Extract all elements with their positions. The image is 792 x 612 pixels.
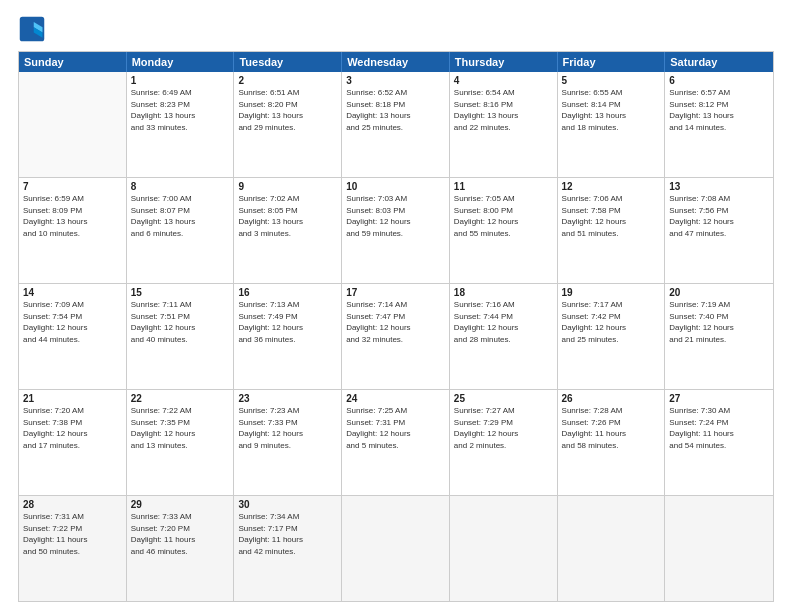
day-number: 12 bbox=[562, 181, 661, 192]
day-cell-empty bbox=[342, 496, 450, 601]
day-number: 8 bbox=[131, 181, 230, 192]
day-info: Sunrise: 7:34 AM Sunset: 7:17 PM Dayligh… bbox=[238, 511, 337, 557]
day-number: 2 bbox=[238, 75, 337, 86]
day-number: 15 bbox=[131, 287, 230, 298]
day-cell-17: 17Sunrise: 7:14 AM Sunset: 7:47 PM Dayli… bbox=[342, 284, 450, 389]
day-cell-20: 20Sunrise: 7:19 AM Sunset: 7:40 PM Dayli… bbox=[665, 284, 773, 389]
header-cell-friday: Friday bbox=[558, 52, 666, 72]
day-cell-3: 3Sunrise: 6:52 AM Sunset: 8:18 PM Daylig… bbox=[342, 72, 450, 177]
day-info: Sunrise: 7:31 AM Sunset: 7:22 PM Dayligh… bbox=[23, 511, 122, 557]
header-cell-wednesday: Wednesday bbox=[342, 52, 450, 72]
calendar-row-2: 7Sunrise: 6:59 AM Sunset: 8:09 PM Daylig… bbox=[19, 177, 773, 283]
header-cell-tuesday: Tuesday bbox=[234, 52, 342, 72]
day-cell-14: 14Sunrise: 7:09 AM Sunset: 7:54 PM Dayli… bbox=[19, 284, 127, 389]
day-info: Sunrise: 7:19 AM Sunset: 7:40 PM Dayligh… bbox=[669, 299, 769, 345]
day-cell-empty bbox=[665, 496, 773, 601]
page: SundayMondayTuesdayWednesdayThursdayFrid… bbox=[0, 0, 792, 612]
day-number: 20 bbox=[669, 287, 769, 298]
day-number: 16 bbox=[238, 287, 337, 298]
day-info: Sunrise: 6:57 AM Sunset: 8:12 PM Dayligh… bbox=[669, 87, 769, 133]
day-number: 6 bbox=[669, 75, 769, 86]
day-info: Sunrise: 7:13 AM Sunset: 7:49 PM Dayligh… bbox=[238, 299, 337, 345]
header-cell-sunday: Sunday bbox=[19, 52, 127, 72]
day-info: Sunrise: 7:23 AM Sunset: 7:33 PM Dayligh… bbox=[238, 405, 337, 451]
day-cell-24: 24Sunrise: 7:25 AM Sunset: 7:31 PM Dayli… bbox=[342, 390, 450, 495]
day-number: 26 bbox=[562, 393, 661, 404]
day-cell-12: 12Sunrise: 7:06 AM Sunset: 7:58 PM Dayli… bbox=[558, 178, 666, 283]
calendar: SundayMondayTuesdayWednesdayThursdayFrid… bbox=[18, 51, 774, 602]
day-info: Sunrise: 7:25 AM Sunset: 7:31 PM Dayligh… bbox=[346, 405, 445, 451]
day-cell-9: 9Sunrise: 7:02 AM Sunset: 8:05 PM Daylig… bbox=[234, 178, 342, 283]
day-cell-5: 5Sunrise: 6:55 AM Sunset: 8:14 PM Daylig… bbox=[558, 72, 666, 177]
header-cell-saturday: Saturday bbox=[665, 52, 773, 72]
day-cell-29: 29Sunrise: 7:33 AM Sunset: 7:20 PM Dayli… bbox=[127, 496, 235, 601]
day-number: 27 bbox=[669, 393, 769, 404]
day-cell-11: 11Sunrise: 7:05 AM Sunset: 8:00 PM Dayli… bbox=[450, 178, 558, 283]
day-cell-13: 13Sunrise: 7:08 AM Sunset: 7:56 PM Dayli… bbox=[665, 178, 773, 283]
day-number: 17 bbox=[346, 287, 445, 298]
logo-icon bbox=[18, 15, 46, 43]
calendar-body: 1Sunrise: 6:49 AM Sunset: 8:23 PM Daylig… bbox=[19, 72, 773, 601]
day-cell-empty bbox=[450, 496, 558, 601]
day-number: 21 bbox=[23, 393, 122, 404]
day-number: 1 bbox=[131, 75, 230, 86]
day-number: 28 bbox=[23, 499, 122, 510]
day-cell-27: 27Sunrise: 7:30 AM Sunset: 7:24 PM Dayli… bbox=[665, 390, 773, 495]
day-number: 22 bbox=[131, 393, 230, 404]
day-info: Sunrise: 6:54 AM Sunset: 8:16 PM Dayligh… bbox=[454, 87, 553, 133]
day-number: 23 bbox=[238, 393, 337, 404]
day-number: 18 bbox=[454, 287, 553, 298]
day-cell-21: 21Sunrise: 7:20 AM Sunset: 7:38 PM Dayli… bbox=[19, 390, 127, 495]
day-cell-6: 6Sunrise: 6:57 AM Sunset: 8:12 PM Daylig… bbox=[665, 72, 773, 177]
day-info: Sunrise: 7:30 AM Sunset: 7:24 PM Dayligh… bbox=[669, 405, 769, 451]
day-info: Sunrise: 7:09 AM Sunset: 7:54 PM Dayligh… bbox=[23, 299, 122, 345]
day-info: Sunrise: 7:06 AM Sunset: 7:58 PM Dayligh… bbox=[562, 193, 661, 239]
day-info: Sunrise: 6:49 AM Sunset: 8:23 PM Dayligh… bbox=[131, 87, 230, 133]
day-number: 9 bbox=[238, 181, 337, 192]
day-info: Sunrise: 7:03 AM Sunset: 8:03 PM Dayligh… bbox=[346, 193, 445, 239]
header-cell-thursday: Thursday bbox=[450, 52, 558, 72]
day-info: Sunrise: 7:20 AM Sunset: 7:38 PM Dayligh… bbox=[23, 405, 122, 451]
day-cell-30: 30Sunrise: 7:34 AM Sunset: 7:17 PM Dayli… bbox=[234, 496, 342, 601]
day-cell-26: 26Sunrise: 7:28 AM Sunset: 7:26 PM Dayli… bbox=[558, 390, 666, 495]
day-cell-25: 25Sunrise: 7:27 AM Sunset: 7:29 PM Dayli… bbox=[450, 390, 558, 495]
day-number: 30 bbox=[238, 499, 337, 510]
day-cell-28: 28Sunrise: 7:31 AM Sunset: 7:22 PM Dayli… bbox=[19, 496, 127, 601]
day-number: 29 bbox=[131, 499, 230, 510]
day-cell-1: 1Sunrise: 6:49 AM Sunset: 8:23 PM Daylig… bbox=[127, 72, 235, 177]
day-cell-23: 23Sunrise: 7:23 AM Sunset: 7:33 PM Dayli… bbox=[234, 390, 342, 495]
day-number: 5 bbox=[562, 75, 661, 86]
day-info: Sunrise: 7:11 AM Sunset: 7:51 PM Dayligh… bbox=[131, 299, 230, 345]
day-info: Sunrise: 7:05 AM Sunset: 8:00 PM Dayligh… bbox=[454, 193, 553, 239]
day-number: 4 bbox=[454, 75, 553, 86]
day-info: Sunrise: 7:16 AM Sunset: 7:44 PM Dayligh… bbox=[454, 299, 553, 345]
day-info: Sunrise: 7:08 AM Sunset: 7:56 PM Dayligh… bbox=[669, 193, 769, 239]
day-number: 7 bbox=[23, 181, 122, 192]
header-cell-monday: Monday bbox=[127, 52, 235, 72]
day-info: Sunrise: 7:22 AM Sunset: 7:35 PM Dayligh… bbox=[131, 405, 230, 451]
calendar-row-4: 21Sunrise: 7:20 AM Sunset: 7:38 PM Dayli… bbox=[19, 389, 773, 495]
day-cell-2: 2Sunrise: 6:51 AM Sunset: 8:20 PM Daylig… bbox=[234, 72, 342, 177]
calendar-row-5: 28Sunrise: 7:31 AM Sunset: 7:22 PM Dayli… bbox=[19, 495, 773, 601]
day-cell-16: 16Sunrise: 7:13 AM Sunset: 7:49 PM Dayli… bbox=[234, 284, 342, 389]
calendar-row-1: 1Sunrise: 6:49 AM Sunset: 8:23 PM Daylig… bbox=[19, 72, 773, 177]
day-info: Sunrise: 7:27 AM Sunset: 7:29 PM Dayligh… bbox=[454, 405, 553, 451]
day-cell-4: 4Sunrise: 6:54 AM Sunset: 8:16 PM Daylig… bbox=[450, 72, 558, 177]
day-info: Sunrise: 7:02 AM Sunset: 8:05 PM Dayligh… bbox=[238, 193, 337, 239]
day-cell-7: 7Sunrise: 6:59 AM Sunset: 8:09 PM Daylig… bbox=[19, 178, 127, 283]
day-cell-15: 15Sunrise: 7:11 AM Sunset: 7:51 PM Dayli… bbox=[127, 284, 235, 389]
day-info: Sunrise: 6:51 AM Sunset: 8:20 PM Dayligh… bbox=[238, 87, 337, 133]
day-number: 25 bbox=[454, 393, 553, 404]
day-cell-18: 18Sunrise: 7:16 AM Sunset: 7:44 PM Dayli… bbox=[450, 284, 558, 389]
day-info: Sunrise: 6:55 AM Sunset: 8:14 PM Dayligh… bbox=[562, 87, 661, 133]
day-number: 24 bbox=[346, 393, 445, 404]
day-cell-empty bbox=[558, 496, 666, 601]
day-cell-19: 19Sunrise: 7:17 AM Sunset: 7:42 PM Dayli… bbox=[558, 284, 666, 389]
calendar-row-3: 14Sunrise: 7:09 AM Sunset: 7:54 PM Dayli… bbox=[19, 283, 773, 389]
calendar-header: SundayMondayTuesdayWednesdayThursdayFrid… bbox=[19, 52, 773, 72]
day-number: 11 bbox=[454, 181, 553, 192]
day-info: Sunrise: 7:33 AM Sunset: 7:20 PM Dayligh… bbox=[131, 511, 230, 557]
day-cell-empty bbox=[19, 72, 127, 177]
day-number: 3 bbox=[346, 75, 445, 86]
day-cell-22: 22Sunrise: 7:22 AM Sunset: 7:35 PM Dayli… bbox=[127, 390, 235, 495]
